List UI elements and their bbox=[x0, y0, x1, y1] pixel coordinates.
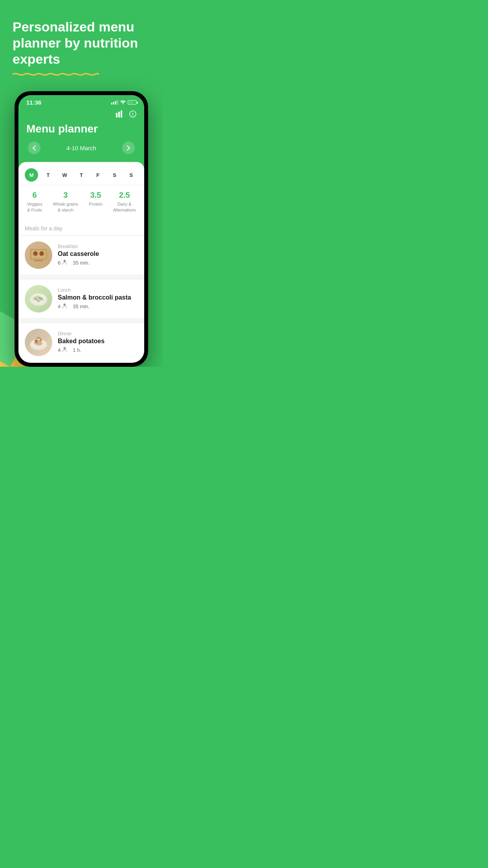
svg-point-28 bbox=[64, 347, 66, 349]
hero-title: Personalized menu planner by nutrition e… bbox=[13, 19, 150, 67]
week-range-label: 4-10 March bbox=[66, 145, 96, 151]
breakfast-meta: 6 35 bbox=[58, 259, 138, 266]
svg-point-19 bbox=[34, 297, 37, 299]
servings-count: 6 bbox=[58, 260, 61, 266]
meal-card-lunch[interactable]: Lunch Salmon & broccoli pasta 4 bbox=[18, 279, 144, 318]
nutrition-veggies: 6 Veggies& Fruits bbox=[27, 191, 42, 213]
dairy-label: Dairy &Alternatives bbox=[113, 201, 136, 213]
protein-value: 3.5 bbox=[90, 191, 101, 200]
day-saturday[interactable]: S bbox=[108, 168, 121, 182]
meal-image-potato bbox=[25, 329, 52, 356]
lunch-info: Lunch Salmon & broccoli pasta 4 bbox=[58, 287, 138, 310]
protein-label: Protein bbox=[89, 201, 103, 207]
svg-rect-13 bbox=[34, 260, 43, 261]
status-time: 11:36 bbox=[26, 99, 41, 106]
meals-section-label: Meals for a day bbox=[18, 219, 144, 235]
day-selector: M T W T F bbox=[18, 162, 144, 185]
potato-illustration bbox=[28, 332, 50, 353]
breakfast-type-label: Breakfast bbox=[58, 244, 138, 249]
lunch-time: 35 min. bbox=[73, 303, 90, 309]
phone-mockup: 11:36 bbox=[0, 83, 163, 367]
day-circle-saturday: S bbox=[108, 168, 121, 182]
svg-point-14 bbox=[64, 260, 66, 262]
veggies-value: 6 bbox=[33, 191, 37, 200]
nutrition-protein: 3.5 Protein bbox=[89, 191, 103, 213]
day-circle-sunday: S bbox=[125, 168, 138, 182]
day-friday[interactable]: F bbox=[91, 168, 105, 182]
lunch-person-icon bbox=[62, 303, 67, 310]
oat-casserole-illustration bbox=[28, 245, 50, 265]
lunch-name: Salmon & broccoli pasta bbox=[58, 294, 138, 301]
info-icon[interactable]: i bbox=[129, 110, 136, 120]
svg-point-26 bbox=[35, 340, 37, 342]
app-header-actions: i bbox=[26, 110, 136, 120]
lunch-servings-count: 4 bbox=[58, 303, 61, 309]
day-monday[interactable]: M bbox=[25, 168, 38, 182]
nutrition-summary: 6 Veggies& Fruits 3 Whole grains& starch… bbox=[18, 185, 144, 219]
lunch-type-label: Lunch bbox=[58, 287, 138, 293]
day-wednesday[interactable]: W bbox=[58, 168, 72, 182]
day-circle-wednesday: W bbox=[58, 168, 72, 182]
grains-label: Whole grains& starch bbox=[53, 201, 78, 213]
dairy-value: 2.5 bbox=[119, 191, 130, 200]
svg-text:i: i bbox=[132, 112, 133, 116]
dinner-time: 1 h. bbox=[73, 347, 81, 353]
svg-point-21 bbox=[64, 303, 66, 306]
lunch-meta: 4 35 bbox=[58, 303, 138, 310]
svg-rect-0 bbox=[116, 113, 117, 118]
day-tuesday[interactable]: T bbox=[41, 168, 55, 182]
day-circle-monday: M bbox=[25, 168, 38, 182]
svg-rect-1 bbox=[118, 112, 120, 118]
status-icons bbox=[111, 100, 136, 105]
breakfast-time: 35 min. bbox=[73, 260, 90, 266]
svg-point-11 bbox=[41, 252, 42, 254]
day-circle-thursday: T bbox=[75, 168, 88, 182]
wavy-underline bbox=[13, 72, 99, 77]
meal-card-breakfast[interactable]: Breakfast Oat casserole 6 bbox=[18, 236, 144, 274]
week-navigation: 4-10 March bbox=[26, 142, 136, 154]
prev-week-button[interactable] bbox=[28, 142, 40, 154]
app-header: i Menu planner 4-10 March bbox=[18, 107, 144, 160]
meal-image-oat bbox=[25, 241, 52, 269]
svg-point-9 bbox=[35, 252, 36, 254]
lunch-servings: 4 bbox=[58, 303, 67, 310]
day-circle-tuesday: T bbox=[41, 168, 55, 182]
phone-frame: 11:36 bbox=[15, 91, 148, 367]
breakfast-servings: 6 bbox=[58, 259, 67, 266]
next-week-button[interactable] bbox=[122, 142, 135, 154]
signal-icon bbox=[111, 100, 118, 105]
meal-card-dinner[interactable]: Dinner Baked potatoes 4 bbox=[18, 323, 144, 362]
dinner-info: Dinner Baked potatoes 4 bbox=[58, 331, 138, 353]
phone-screen: 11:36 bbox=[18, 95, 144, 363]
svg-rect-2 bbox=[121, 110, 122, 118]
svg-point-12 bbox=[40, 254, 42, 255]
battery-icon bbox=[128, 100, 136, 105]
veggies-label: Veggies& Fruits bbox=[27, 201, 42, 213]
day-thursday[interactable]: T bbox=[75, 168, 88, 182]
dinner-type-label: Dinner bbox=[58, 331, 138, 337]
day-sunday[interactable]: S bbox=[125, 168, 138, 182]
dinner-servings: 4 bbox=[58, 347, 67, 353]
dinner-meta: 4 1 bbox=[58, 347, 138, 353]
main-content-card: M T W T F bbox=[18, 162, 144, 363]
app-title: Menu planner bbox=[26, 123, 136, 135]
nutrition-dairy: 2.5 Dairy &Alternatives bbox=[113, 191, 136, 213]
svg-point-27 bbox=[40, 339, 42, 341]
app-background: Personalized menu planner by nutrition e… bbox=[0, 0, 163, 367]
svg-point-18 bbox=[38, 297, 42, 299]
hero-section: Personalized menu planner by nutrition e… bbox=[0, 0, 163, 83]
breakfast-info: Breakfast Oat casserole 6 bbox=[58, 244, 138, 266]
wifi-icon bbox=[120, 100, 126, 105]
meal-cards-list: Breakfast Oat casserole 6 bbox=[18, 235, 144, 363]
dinner-person-icon bbox=[62, 347, 67, 353]
pasta-illustration bbox=[28, 289, 50, 309]
dinner-servings-count: 4 bbox=[58, 347, 61, 353]
svg-point-20 bbox=[40, 299, 42, 300]
person-icon bbox=[62, 259, 67, 266]
stats-icon[interactable] bbox=[116, 110, 124, 120]
grains-value: 3 bbox=[63, 191, 68, 200]
breakfast-name: Oat casserole bbox=[58, 250, 138, 257]
status-bar: 11:36 bbox=[18, 95, 144, 107]
dinner-name: Baked potatoes bbox=[58, 338, 138, 345]
day-circle-friday: F bbox=[91, 168, 105, 182]
